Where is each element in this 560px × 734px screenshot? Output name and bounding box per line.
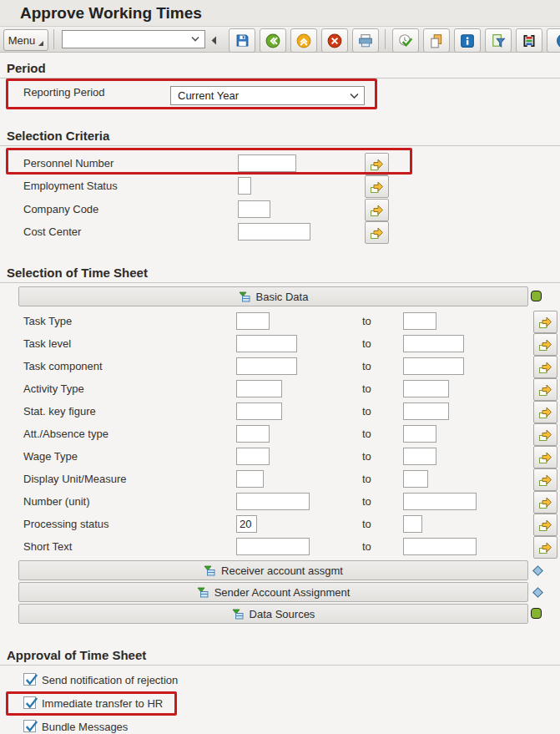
multi-select-button[interactable] <box>365 199 389 221</box>
criteria-input[interactable] <box>238 177 251 195</box>
multi-select-button[interactable] <box>365 221 389 244</box>
command-combobox[interactable] <box>62 30 205 48</box>
toolbar-separator <box>385 29 386 49</box>
more-button[interactable] <box>547 28 560 53</box>
range-from-input[interactable] <box>236 312 270 330</box>
checkbox-row: Bundle Messages <box>0 718 334 734</box>
exit-icon <box>296 33 311 48</box>
multi-select-button[interactable] <box>533 401 557 423</box>
blue-diamond-indicator[interactable] <box>532 565 543 576</box>
group-bar-basic-data[interactable]: Basic Data <box>18 286 528 306</box>
criteria-input[interactable] <box>238 200 270 218</box>
multi-select-button[interactable] <box>365 153 389 175</box>
green-led-indicator[interactable] <box>531 608 542 619</box>
multi-select-icon <box>370 204 385 217</box>
range-from-input[interactable] <box>236 493 310 510</box>
group-bar-row: Sender Account Assignment <box>0 582 560 604</box>
reporting-period-select[interactable]: Current Year <box>170 86 365 105</box>
range-from-input[interactable] <box>236 470 264 488</box>
group-bar[interactable]: Receiver account assgmt <box>18 560 528 580</box>
check-icon <box>24 695 39 710</box>
save-button[interactable] <box>229 28 255 53</box>
multi-select-icon <box>370 180 385 194</box>
multi-select-button[interactable] <box>533 356 557 378</box>
multi-select-button[interactable] <box>365 175 389 198</box>
multi-select-button[interactable] <box>533 514 557 536</box>
range-to-input[interactable] <box>403 538 477 555</box>
multi-select-button[interactable] <box>533 423 557 446</box>
to-label: to <box>362 405 371 418</box>
execute-button[interactable] <box>392 28 419 53</box>
info-button[interactable] <box>454 28 481 53</box>
criteria-row: Cost Center <box>0 220 560 243</box>
exit-button[interactable] <box>290 28 317 53</box>
multi-select-icon <box>538 361 553 374</box>
range-from-input[interactable] <box>236 402 282 420</box>
range-from-input[interactable] <box>236 448 270 465</box>
multi-select-icon <box>538 406 553 419</box>
multi-select-icon <box>538 316 553 329</box>
group-bar[interactable]: Sender Account Assignment <box>18 582 528 602</box>
to-label: to <box>362 540 371 553</box>
copy-button[interactable] <box>423 28 450 53</box>
multi-select-icon <box>538 451 553 464</box>
multi-select-button[interactable] <box>533 333 557 356</box>
checkbox[interactable] <box>23 673 36 686</box>
range-from-input[interactable] <box>236 357 297 375</box>
layout-button[interactable] <box>516 28 542 53</box>
range-to-input[interactable] <box>403 312 436 330</box>
range-from-input[interactable] <box>236 425 270 443</box>
time-sheet-row: Short Text to <box>0 535 560 558</box>
criteria-input[interactable] <box>238 154 296 172</box>
multi-select-button[interactable] <box>533 311 557 333</box>
time-sheet-row: Task Type to <box>0 310 560 332</box>
green-led-indicator[interactable] <box>531 291 542 301</box>
back-button[interactable] <box>260 28 286 53</box>
collapse-toolbar-icon[interactable] <box>211 36 217 45</box>
range-to-input[interactable] <box>403 402 449 420</box>
multi-select-button[interactable] <box>533 446 557 468</box>
range-from-input[interactable] <box>236 380 282 397</box>
time-sheet-row: Activity Type to <box>0 377 560 400</box>
multi-select-button[interactable] <box>533 491 557 514</box>
blue-diamond-indicator[interactable] <box>532 587 543 598</box>
range-from-input[interactable] <box>236 515 257 533</box>
range-to-input[interactable] <box>403 470 428 488</box>
multi-select-icon <box>370 226 385 240</box>
multi-select-icon <box>538 541 553 554</box>
to-label: to <box>362 495 371 508</box>
range-to-input[interactable] <box>403 335 464 352</box>
criteria-input[interactable] <box>238 223 310 240</box>
menu-button[interactable]: Menu <box>3 29 48 51</box>
range-from-input[interactable] <box>236 335 297 352</box>
range-from-input[interactable] <box>236 538 310 555</box>
range-to-input[interactable] <box>403 425 436 443</box>
checkbox-label: Send notification of rejection <box>42 674 178 686</box>
cancel-button[interactable] <box>321 28 348 53</box>
checkbox-label: Bundle Messages <box>42 721 128 733</box>
range-to-input[interactable] <box>403 515 422 533</box>
range-to-input[interactable] <box>403 448 436 465</box>
criteria-row: Employment Status <box>0 175 560 197</box>
checkbox[interactable] <box>23 720 36 732</box>
range-to-input[interactable] <box>403 357 464 375</box>
range-to-input[interactable] <box>403 493 477 510</box>
criteria-row: Company Code <box>0 198 560 220</box>
reporting-period-label: Reporting Period <box>23 86 105 99</box>
checkbox[interactable] <box>23 696 36 709</box>
time-sheet-row: Wage Type to <box>0 445 560 468</box>
multi-select-button[interactable] <box>533 378 557 401</box>
range-to-input[interactable] <box>403 380 449 397</box>
group-bar[interactable]: Data Sources <box>18 604 528 624</box>
multi-select-button[interactable] <box>533 468 557 491</box>
multi-select-icon <box>538 496 553 509</box>
page-title: Approve Working Times <box>20 4 202 23</box>
toolbar-separator <box>53 29 54 49</box>
checkbox-row: Immediate transfer to HR <box>0 695 334 715</box>
menu-corner-icon <box>38 41 43 46</box>
filter-button[interactable] <box>485 28 512 53</box>
field-label: Task Type <box>23 315 72 327</box>
multi-select-button[interactable] <box>533 536 557 559</box>
print-button[interactable] <box>352 28 379 53</box>
check-icon <box>24 671 39 686</box>
